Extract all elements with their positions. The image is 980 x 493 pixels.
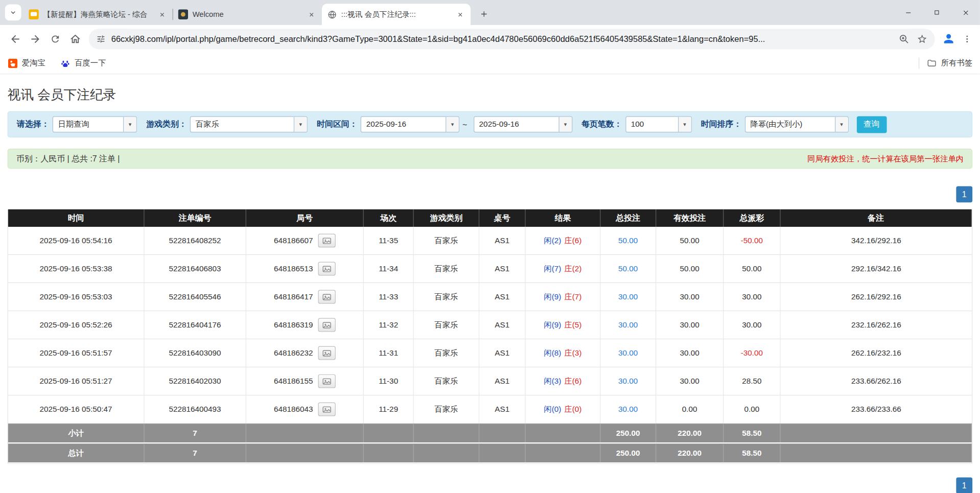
page-size-select[interactable]: 100 ▾ (625, 116, 692, 132)
bookmark-star-icon[interactable] (917, 33, 927, 44)
total-total-bet: 250.00 (600, 443, 656, 462)
chevron-down-icon[interactable]: ▾ (446, 117, 459, 132)
browser-tab-betrecord-active[interactable]: :::视讯 会员下注纪录::: (322, 4, 471, 25)
round-result-image-button[interactable] (318, 290, 335, 304)
sort-order-select[interactable]: 降幂(由大到小) ▾ (744, 116, 848, 132)
cell-payout: -30.00 (724, 339, 780, 367)
url-text[interactable]: 66cxkj98.com/ipl/portal.php/game/betreco… (111, 34, 893, 43)
sort-order-label: 时间排序： (701, 119, 742, 130)
tab-search-chevron-button[interactable] (5, 5, 21, 21)
cell-result: 闲(7) 庄(2) (526, 255, 601, 283)
browser-tab-welcome[interactable]: Welcome (173, 4, 322, 25)
cell-session: 11-29 (364, 395, 414, 423)
date-to-input[interactable]: 2025-09-16 ▾ (474, 116, 572, 132)
cell-payout: -50.00 (724, 227, 780, 254)
cell-valid-bet: 50.00 (656, 255, 724, 283)
all-bookmarks-label: 所有书签 (941, 58, 972, 68)
site-settings-tune-icon[interactable] (96, 34, 105, 43)
table-row: 2025-09-16 05:54:16 522816408252 6481866… (8, 227, 972, 255)
home-button[interactable] (65, 29, 85, 49)
profile-avatar-icon[interactable] (939, 29, 959, 49)
cell-table: AS1 (479, 283, 526, 311)
cell-table: AS1 (479, 367, 526, 395)
cell-game: 百家乐 (414, 283, 479, 311)
chevron-down-icon[interactable]: ▾ (678, 117, 691, 132)
date-from-input[interactable]: 2025-09-16 ▾ (361, 116, 459, 132)
round-result-image-button[interactable] (318, 233, 335, 247)
browser-tab-forum[interactable]: 【新提醒】海燕策略论坛 - 综合 (24, 4, 172, 25)
cell-round: 648186232 (246, 339, 364, 367)
cell-bet-id: 522816402030 (145, 367, 246, 395)
zoom-icon[interactable] (899, 33, 909, 44)
cell-bet-id: 522816400493 (145, 395, 246, 423)
table-row: 2025-09-16 05:52:26 522816404176 6481863… (8, 311, 972, 339)
cell-round: 648186319 (246, 311, 364, 339)
total-bet-link[interactable]: 30.00 (618, 377, 638, 386)
round-number: 648186155 (274, 377, 313, 386)
tab-strip: 【新提醒】海燕策略论坛 - 综合 Welcome :::视讯 会员 (0, 0, 980, 25)
cell-valid-bet: 50.00 (656, 227, 724, 254)
cell-round: 648186043 (246, 395, 364, 423)
chevron-down-icon[interactable]: ▾ (835, 117, 848, 132)
round-result-image-button[interactable] (318, 346, 335, 360)
cell-bet-id: 522816404176 (145, 311, 246, 339)
game-type-select[interactable]: 百家乐 ▾ (190, 116, 308, 132)
total-bet-link[interactable]: 30.00 (618, 292, 638, 301)
address-bar[interactable]: 66cxkj98.com/ipl/portal.php/game/betreco… (89, 29, 935, 49)
round-number: 648186319 (274, 320, 313, 329)
browser-menu-icon[interactable] (959, 29, 975, 49)
tab-close-icon[interactable] (157, 9, 168, 20)
cell-game: 百家乐 (414, 395, 479, 423)
forward-button[interactable] (25, 29, 45, 49)
maximize-button[interactable] (922, 0, 951, 25)
chevron-down-icon[interactable]: ▾ (123, 117, 136, 132)
bookmark-taobao[interactable]: 爱淘宝 (8, 58, 45, 68)
col-header-note: 备注 (781, 209, 972, 227)
game-type-label: 游戏类别： (146, 119, 187, 130)
new-tab-button[interactable] (476, 6, 493, 22)
round-result-image-button[interactable] (318, 262, 335, 275)
cell-table: AS1 (479, 339, 526, 367)
globe-icon (327, 9, 337, 19)
cell-bet-id: 522816405546 (145, 283, 246, 311)
plus-icon (480, 10, 488, 18)
close-window-button[interactable] (951, 0, 980, 25)
cell-result: 闲(8) 庄(3) (526, 339, 601, 367)
round-result-image-button[interactable] (318, 318, 335, 332)
notice-text: 同局有效投注，统一计算在该局第一张注单内 (807, 153, 964, 164)
page-1-button[interactable]: 1 (956, 477, 972, 493)
back-button[interactable] (5, 29, 25, 49)
total-bet-link[interactable]: 30.00 (618, 405, 638, 414)
subtotal-row: 小计 7 250.00 220.00 58.50 (8, 424, 972, 443)
cell-valid-bet: 30.00 (656, 339, 724, 367)
subtotal-count: 7 (145, 424, 246, 442)
cell-game: 百家乐 (414, 367, 479, 395)
query-type-select[interactable]: 日期查询 ▾ (53, 116, 137, 132)
bet-record-table: 时间 注单编号 局号 场次 游戏类别 桌号 结果 总投注 有效投注 总派彩 备注… (8, 209, 972, 464)
chevron-down-icon[interactable]: ▾ (558, 117, 572, 132)
total-bet-link[interactable]: 50.00 (618, 264, 638, 273)
round-result-image-button[interactable] (318, 403, 335, 416)
total-bet-link[interactable]: 30.00 (618, 348, 638, 357)
taobao-icon (8, 58, 18, 68)
cell-payout: 0.00 (724, 395, 780, 423)
all-bookmarks-button[interactable]: 所有书签 (919, 58, 972, 69)
round-result-image-button[interactable] (318, 374, 335, 388)
page-1-button[interactable]: 1 (956, 186, 972, 202)
chevron-down-icon[interactable]: ▾ (294, 117, 307, 132)
bookmark-baidu[interactable]: 百度一下 (60, 58, 106, 68)
tab-close-icon[interactable] (306, 9, 317, 20)
home-icon (69, 33, 81, 44)
total-bet-link[interactable]: 50.00 (618, 236, 638, 245)
minimize-button[interactable] (894, 0, 922, 25)
tab-close-icon[interactable] (455, 9, 465, 20)
cell-game: 百家乐 (414, 339, 479, 367)
cell-total-bet: 30.00 (600, 283, 656, 311)
cell-note: 233.66/262.16 (781, 367, 972, 395)
col-header-bet-id: 注单编号 (145, 209, 246, 227)
cell-total-bet: 30.00 (600, 395, 656, 423)
total-bet-link[interactable]: 30.00 (618, 320, 638, 329)
search-button[interactable]: 查询 (856, 116, 886, 133)
table-header-row: 时间 注单编号 局号 场次 游戏类别 桌号 结果 总投注 有效投注 总派彩 备注 (8, 209, 972, 227)
reload-button[interactable] (45, 29, 65, 49)
